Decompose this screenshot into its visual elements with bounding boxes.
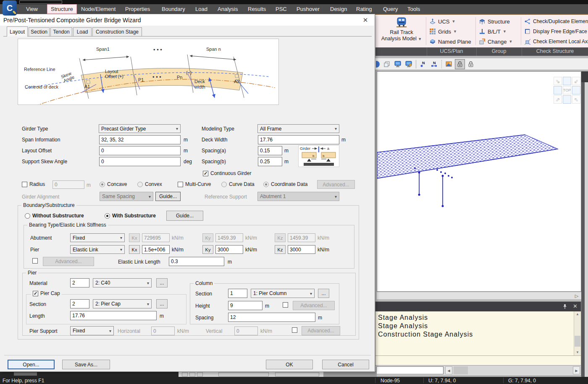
menu-tools[interactable]: Tools — [407, 4, 420, 14]
rotate-view-icon[interactable]: ⇗ — [554, 95, 562, 104]
ribbon-change-button[interactable]: Change▼ — [479, 38, 512, 45]
rotate-view-icon[interactable]: ⇘ — [554, 77, 562, 85]
rotate-view-icon[interactable]: ⇙ — [572, 77, 580, 85]
ribbon-ucs-button[interactable]: UCS▼ — [429, 18, 455, 25]
display-icon[interactable] — [393, 59, 403, 69]
hscroll-right-arrow[interactable]: ▶ — [573, 366, 580, 374]
column-section-select[interactable]: 1: Pier Column — [251, 289, 315, 298]
render-view-icon[interactable] — [376, 59, 381, 69]
pier-cap-checkbox[interactable]: Pier Cap — [31, 290, 62, 296]
model-view[interactable]: ⇘ ⇙ TOP ⇗ ⇖ — [377, 71, 581, 292]
pier-ky-input[interactable] — [215, 245, 243, 254]
group-label-group[interactable]: Group — [477, 48, 521, 54]
elastic-link-length-input[interactable] — [169, 257, 224, 266]
scroll-thumb[interactable] — [575, 336, 580, 347]
menu-pushover[interactable]: Pushover — [297, 4, 320, 14]
layout-offset-input[interactable] — [99, 146, 181, 155]
menu-results[interactable]: Results — [248, 4, 266, 14]
display-options-icon[interactable] — [404, 59, 414, 69]
bearing-advanced-checkbox[interactable] — [32, 258, 38, 264]
close-icon[interactable]: ✕ — [573, 303, 578, 309]
convex-radio[interactable]: Convex — [137, 181, 162, 187]
lock-icon[interactable] — [455, 59, 465, 69]
dialog-titlebar[interactable]: Pre/Post-Tensioned Composite Girder Brid… — [0, 14, 374, 26]
menu-properties[interactable]: Properties — [125, 4, 150, 14]
ok-button[interactable]: OK — [266, 360, 313, 369]
pier-material-more-button[interactable]: ... — [156, 278, 168, 287]
pier-cap-section-more-button[interactable]: ... — [156, 299, 168, 308]
pier-vertical-input[interactable] — [234, 327, 258, 335]
menu-load[interactable]: Load — [195, 4, 207, 14]
cancel-button[interactable]: Cancel — [322, 360, 369, 369]
pan-up-button[interactable] — [563, 77, 571, 85]
curve-data-radio[interactable]: Curve Data — [221, 181, 255, 187]
menu-query[interactable]: Query — [383, 4, 398, 14]
support-skew-angle-input[interactable] — [99, 157, 181, 166]
abutment-type-select[interactable]: Fixed — [70, 233, 125, 242]
column-spacing-input[interactable] — [228, 313, 315, 322]
scroll-down-arrow[interactable]: ▼ — [574, 350, 581, 355]
pan-down-button[interactable] — [563, 95, 571, 104]
column-advanced-checkbox[interactable] — [283, 302, 288, 308]
multi-curve-checkbox[interactable]: Multi-Curve — [178, 181, 211, 187]
concave-radio[interactable]: Concave — [100, 181, 127, 187]
model-view-hscrollbar[interactable]: ▷ — [377, 292, 581, 299]
play-animation-button[interactable]: ▷ — [574, 293, 580, 299]
without-substructure-radio[interactable]: Without Substructure — [25, 213, 84, 219]
deck-width-input[interactable] — [258, 135, 339, 144]
output-vscrollbar[interactable]: ▲ ▼ — [574, 311, 581, 355]
menu-psc[interactable]: PSC — [276, 4, 287, 14]
continuous-girder-checkbox[interactable]: Continuous Girder — [203, 170, 251, 176]
menu-boundary[interactable]: Boundary — [162, 4, 185, 14]
pier-material-id-input[interactable] — [70, 278, 89, 287]
span-information-input[interactable] — [99, 135, 181, 144]
pier-kx-input[interactable] — [142, 245, 170, 254]
pier-kz-input[interactable] — [288, 245, 315, 254]
hscroll-left-arrow[interactable]: ◀ — [445, 366, 452, 374]
dock-tab[interactable] — [581, 71, 588, 82]
save-as-button[interactable]: Save As... — [62, 360, 110, 369]
scroll-up-arrow[interactable]: ▲ — [574, 311, 581, 317]
column-section-id-input[interactable] — [228, 289, 247, 298]
pier-cap-length-input[interactable] — [70, 311, 157, 320]
midas-civil-logo-icon[interactable]: C✎ — [3, 0, 17, 16]
tab-load[interactable]: Load — [73, 27, 92, 36]
spacing-a-input[interactable] — [258, 146, 282, 155]
coordinate-data-radio[interactable]: Coordinate Data — [263, 181, 307, 187]
pier-cap-section-select[interactable]: 2: Pier Cap — [93, 299, 152, 308]
modeling-type-select[interactable]: All Frame — [257, 124, 339, 133]
column-section-more-button[interactable]: ... — [318, 289, 329, 298]
node-number-icon[interactable]: N — [418, 59, 428, 69]
ribbon-local-axis-button[interactable]: Check Element Local Axis — [524, 38, 588, 45]
menu-structure[interactable]: Structure — [47, 4, 77, 14]
open-button[interactable]: Open... — [8, 360, 55, 369]
unlock-icon[interactable] — [466, 59, 476, 69]
copy-view-icon[interactable] — [382, 59, 392, 69]
pier-material-select[interactable]: 2: C40 — [93, 278, 152, 287]
dock-splitter[interactable] — [581, 71, 585, 377]
curve-advanced-button[interactable]: Advanced... — [317, 180, 355, 189]
group-label-ucs-plan[interactable]: UCS/Plan — [428, 48, 475, 54]
texture-render-icon[interactable] — [444, 59, 454, 69]
pier-type-select[interactable]: Elastic Link — [70, 245, 125, 254]
pier-horizontal-input[interactable] — [151, 327, 175, 335]
abutment-kx-input[interactable] — [142, 233, 170, 242]
pier-cap-section-id-input[interactable] — [70, 299, 89, 308]
rotate-view-icon[interactable]: ⇖ — [572, 95, 580, 104]
tab-tendon[interactable]: Tendon — [50, 27, 72, 36]
radius-input[interactable] — [52, 180, 84, 189]
column-height-input[interactable] — [228, 301, 262, 310]
pin-icon[interactable] — [562, 304, 567, 309]
alignment-guide-button[interactable]: Guide... — [155, 192, 181, 201]
column-advanced-button[interactable]: Advanced... — [293, 301, 335, 310]
ribbon-check-duplicate-button[interactable]: Check/Duplicate Elements — [524, 18, 588, 25]
pan-left-button[interactable] — [554, 86, 562, 94]
ribbon-named-plane-button[interactable]: Named Plane — [429, 38, 471, 45]
girder-alignment-select[interactable]: Same Spacing — [100, 192, 153, 201]
pier-support-select[interactable]: Fixed — [70, 326, 114, 335]
bearing-advanced-button[interactable]: Advanced... — [43, 257, 94, 266]
ribbon-blt-button[interactable]: B/L/T▼ — [479, 28, 507, 35]
ribbon-structure-group-button[interactable]: Structure — [479, 18, 510, 25]
menu-node-element[interactable]: Node/Element — [81, 4, 116, 14]
radius-checkbox[interactable]: Radius — [22, 181, 45, 187]
